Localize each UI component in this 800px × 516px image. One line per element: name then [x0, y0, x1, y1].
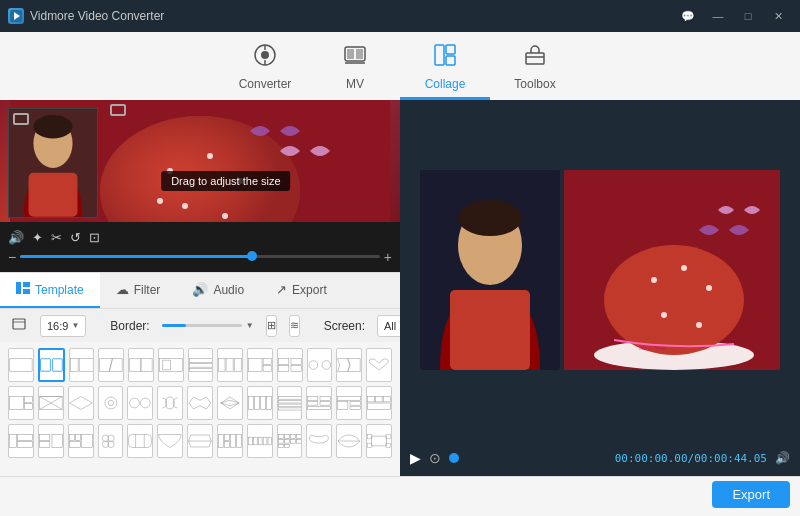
volume-icon[interactable]: 🔊 — [8, 230, 24, 245]
tab-collage[interactable]: Collage — [400, 40, 490, 100]
playback-volume-icon[interactable]: 🔊 — [775, 451, 790, 465]
svg-rect-112 — [258, 437, 262, 445]
svg-rect-98 — [75, 434, 80, 440]
template-21[interactable] — [8, 386, 34, 420]
svg-point-67 — [108, 400, 113, 405]
chat-button[interactable]: 💬 — [674, 6, 702, 26]
template-33[interactable] — [366, 386, 392, 420]
minimize-button[interactable]: — — [704, 6, 732, 26]
template-52[interactable] — [336, 424, 362, 458]
template-29[interactable] — [247, 386, 273, 420]
template-53[interactable] — [366, 424, 392, 458]
template-26[interactable] — [157, 386, 183, 420]
undo-icon[interactable]: ↺ — [70, 230, 81, 245]
tab-mv[interactable]: MV — [310, 40, 400, 100]
template-4[interactable] — [98, 348, 124, 382]
svg-rect-124 — [284, 444, 289, 447]
template-28[interactable] — [217, 386, 243, 420]
border-slider-fill — [162, 324, 186, 327]
template-11[interactable] — [307, 348, 333, 382]
template-30[interactable] — [277, 386, 303, 420]
svg-rect-107 — [224, 442, 229, 448]
progress-track[interactable] — [20, 255, 380, 258]
scissors-icon[interactable]: ✂ — [51, 230, 62, 245]
template-50[interactable] — [277, 424, 303, 458]
tab-toolbox[interactable]: Toolbox — [490, 40, 580, 100]
maximize-button[interactable]: □ — [734, 6, 762, 26]
tab-filter[interactable]: ☁ Filter — [100, 273, 177, 308]
template-13[interactable] — [366, 348, 392, 382]
template-41[interactable] — [8, 424, 34, 458]
template-46[interactable] — [157, 424, 183, 458]
template-5[interactable] — [128, 348, 154, 382]
progress-thumb[interactable] — [247, 251, 257, 261]
aspect-icon — [12, 318, 28, 333]
svg-rect-100 — [81, 434, 92, 447]
template-23[interactable] — [68, 386, 94, 420]
close-button[interactable]: ✕ — [764, 6, 792, 26]
play-button[interactable]: ▶ — [410, 450, 421, 466]
converter-label: Converter — [239, 77, 292, 91]
template-42[interactable] — [38, 424, 64, 458]
svg-rect-55 — [291, 359, 301, 365]
svg-point-22 — [182, 203, 188, 209]
grid-icon-btn[interactable]: ⊞ — [266, 315, 277, 337]
filter-tab-icon: ☁ — [116, 282, 129, 297]
time-current: 00:00:00.00 — [615, 452, 688, 465]
template-45[interactable] — [127, 424, 153, 458]
tab-template[interactable]: Template — [0, 273, 100, 308]
template-49[interactable] — [247, 424, 273, 458]
template-27[interactable] — [187, 386, 213, 420]
svg-rect-12 — [446, 56, 455, 65]
svg-rect-79 — [320, 396, 330, 400]
svg-rect-70 — [248, 396, 253, 409]
progress-plus[interactable]: + — [384, 249, 392, 265]
template-6[interactable] — [158, 348, 184, 382]
svg-point-139 — [706, 285, 712, 291]
svg-point-68 — [130, 398, 140, 408]
template-44[interactable] — [98, 424, 124, 458]
star-icon[interactable]: ✦ — [32, 230, 43, 245]
svg-point-69 — [141, 398, 151, 408]
template-43[interactable] — [68, 424, 94, 458]
template-25[interactable] — [127, 386, 153, 420]
template-24[interactable] — [98, 386, 124, 420]
template-3[interactable] — [69, 348, 95, 382]
template-51[interactable] — [306, 424, 332, 458]
time-display: 00:00:00.00/00:00:44.05 — [615, 452, 767, 465]
svg-rect-111 — [253, 437, 257, 445]
collage-cake-svg: New Year — [564, 170, 780, 370]
template-32[interactable] — [336, 386, 362, 420]
template-9[interactable] — [247, 348, 273, 382]
pattern-icon-btn[interactable]: ≋ — [289, 315, 300, 337]
aspect-select[interactable]: 16:9 ▼ — [40, 315, 86, 337]
template-48[interactable] — [217, 424, 243, 458]
position-indicator — [449, 453, 459, 463]
aspect-value: 16:9 — [47, 320, 68, 332]
template-1[interactable] — [8, 348, 34, 382]
template-8[interactable] — [217, 348, 243, 382]
options-bar: 16:9 ▼ Border: ▼ ⊞ ≋ Screen: All ▼ 🖥 — [0, 308, 400, 342]
export-button[interactable]: Export — [712, 481, 790, 508]
collage-left-video — [420, 170, 560, 370]
tab-audio[interactable]: 🔊 Audio — [176, 273, 260, 308]
tab-converter[interactable]: Converter — [220, 40, 310, 100]
border-slider-track[interactable] — [162, 324, 242, 327]
template-10[interactable] — [277, 348, 303, 382]
svg-rect-81 — [320, 401, 330, 405]
snapshot-button[interactable]: ⊙ — [429, 450, 441, 466]
svg-rect-80 — [308, 401, 318, 405]
svg-point-136 — [604, 245, 744, 355]
template-2[interactable] — [38, 348, 65, 382]
copy-icon[interactable]: ⊡ — [89, 230, 100, 245]
template-31[interactable] — [306, 386, 332, 420]
collage-label: Collage — [425, 77, 466, 91]
template-7[interactable] — [188, 348, 214, 382]
svg-rect-89 — [383, 396, 390, 401]
svg-rect-44 — [163, 360, 171, 370]
progress-minus[interactable]: − — [8, 249, 16, 265]
tab-export-editor[interactable]: ↗ Export — [260, 273, 343, 308]
template-47[interactable] — [187, 424, 213, 458]
template-12[interactable] — [336, 348, 362, 382]
template-22[interactable] — [38, 386, 64, 420]
